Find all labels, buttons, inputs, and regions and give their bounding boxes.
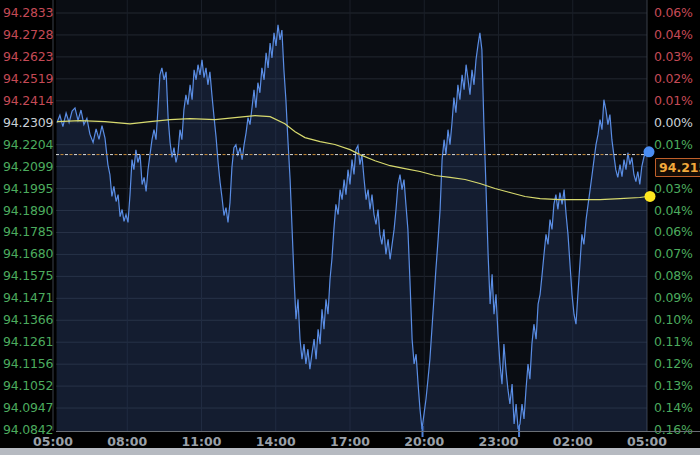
last-price-tag: 94.215: [655, 158, 700, 177]
time-axis-label: 08:00: [104, 434, 150, 449]
price-axis-label: 94.2623: [3, 50, 53, 64]
price-axis-label: 94.2099: [3, 160, 53, 174]
percent-axis-label: 0.02%: [654, 72, 693, 86]
percent-axis-label: 0.04%: [654, 28, 693, 42]
price-axis-label: 94.2204: [3, 138, 53, 152]
percent-axis-label: 0.11%: [654, 335, 693, 349]
percent-axis-label: 0.03%: [654, 182, 693, 196]
percent-axis-label: 0.13%: [654, 379, 693, 393]
horizontal-scrollbar[interactable]: [0, 448, 700, 455]
time-axis-label: 23:00: [476, 434, 522, 449]
price-axis-label: 94.1785: [3, 225, 53, 239]
percent-axis-label: 0.01%: [654, 138, 693, 152]
price-area-fill: [57, 25, 647, 431]
price-axis-label: 94.1261: [3, 335, 53, 349]
percent-axis-label: 0.14%: [654, 401, 693, 415]
price-axis-label: 94.1575: [3, 269, 53, 283]
price-axis-label: 94.1995: [3, 182, 53, 196]
price-axis-label: 94.2519: [3, 72, 53, 86]
price-axis-label: 94.1366: [3, 313, 53, 327]
percent-axis-label: 0.09%: [654, 291, 693, 305]
price-axis-label: 94.2728: [3, 28, 53, 42]
percent-axis-label: 0.08%: [654, 269, 693, 283]
price-axis-label: 94.0947: [3, 401, 53, 415]
percent-axis-label: 0.12%: [654, 357, 693, 371]
price-axis-label: 94.2833: [3, 6, 53, 20]
price-axis-label: 94.1052: [3, 379, 53, 393]
time-axis-label: 14:00: [253, 434, 299, 449]
time-axis-label: 02:00: [550, 434, 596, 449]
percent-axis-label: 0.03%: [654, 50, 693, 64]
price-axis-label: 94.2414: [3, 94, 53, 108]
percent-axis-label: 0.04%: [654, 204, 693, 218]
time-axis-label: 11:00: [179, 434, 225, 449]
intraday-price-chart: 94.283394.272894.262394.251994.241494.23…: [0, 0, 700, 455]
percent-axis-label: 0.06%: [654, 6, 693, 20]
percent-axis-label: 0.07%: [654, 247, 693, 261]
percent-axis-label: 0.00%: [654, 116, 693, 130]
last-price-dot: [644, 146, 655, 157]
price-axis-label: 94.1890: [3, 204, 53, 218]
chart-canvas[interactable]: [0, 0, 700, 455]
price-axis-label: 94.1680: [3, 247, 53, 261]
percent-axis-label: 0.01%: [654, 94, 693, 108]
x-axis-line: [56, 431, 700, 432]
time-axis-label: 05:00: [624, 434, 670, 449]
price-axis-label: 94.1156: [3, 357, 53, 371]
percent-axis-label: 0.06%: [654, 225, 693, 239]
price-axis-label: 94.1471: [3, 291, 53, 305]
time-axis-label: 17:00: [327, 434, 373, 449]
percent-axis-label: 0.10%: [654, 313, 693, 327]
time-axis-label: 05:00: [30, 434, 76, 449]
time-axis-label: 20:00: [401, 434, 447, 449]
price-axis-label: 94.2309: [3, 116, 53, 130]
